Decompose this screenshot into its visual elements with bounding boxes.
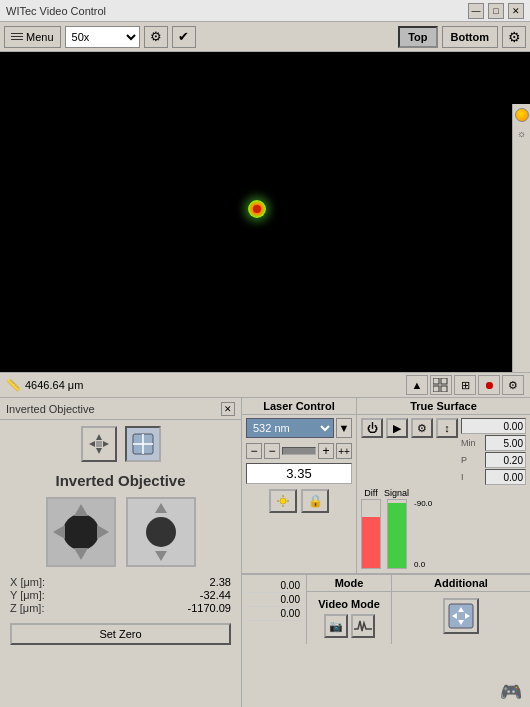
diff-chart (361, 499, 381, 569)
true-surface-title: True Surface (357, 398, 530, 415)
xy-arrows (48, 499, 114, 565)
menu-button[interactable]: Menu (4, 26, 61, 48)
move-arrows-icon (87, 432, 111, 456)
arrow-left-icon (53, 525, 65, 539)
hamburger-icon (11, 33, 23, 40)
toolbar: Menu 50x 10x 100x ⚙ ✔ Top Bottom ⚙ (0, 22, 530, 52)
video-camera-button[interactable]: 📷 (324, 614, 348, 638)
laser-nm-select[interactable]: 532 nm 488 nm (246, 418, 334, 438)
brightness-sidebar: ☼ ☀ (512, 104, 530, 372)
gear-button[interactable]: ⚙ (502, 26, 526, 48)
ts-settings-button[interactable]: ⚙ (411, 418, 433, 438)
minimize-button[interactable]: — (468, 3, 484, 19)
triangle-icon-button[interactable]: ▲ (406, 375, 428, 395)
svg-rect-3 (441, 386, 447, 392)
laser-plusplus-button[interactable]: ++ (336, 443, 352, 459)
objective-select[interactable]: 50x 10x 100x (65, 26, 140, 48)
bottom-panel: Inverted Objective ✕ (0, 398, 530, 707)
extra-values-panel: 0.00 0.00 0.00 (242, 575, 307, 644)
top-button[interactable]: Top (398, 26, 437, 48)
ts-charts-row: Diff Signal -90.0 0.0 (357, 488, 530, 573)
additional-panel: Additional (392, 575, 530, 644)
x-label: X [μm]: (10, 576, 70, 588)
laser-title: Laser Control (242, 398, 356, 415)
laser-plus-button[interactable]: + (318, 443, 334, 459)
grid-icon-button[interactable] (430, 375, 452, 395)
objective-display-button[interactable] (125, 426, 161, 462)
laser-dot-inner (253, 205, 261, 213)
laser-sun-button[interactable] (269, 489, 297, 513)
measurement-value: 4646.64 μm (25, 379, 83, 391)
ts-min-label: Min (461, 438, 483, 448)
laser-nm-row: 532 nm 488 nm ▼ (242, 415, 356, 441)
window-title: WITec Video Control (6, 5, 106, 17)
chart-bottom-label: -90.0 (414, 499, 432, 508)
right-panel: Laser Control 532 nm 488 nm ▼ − − + ++ 3… (242, 398, 530, 707)
objective-image-row (0, 493, 241, 571)
signal-chart-col: Signal (384, 488, 409, 569)
settings-icon-button[interactable]: ⚙ (144, 26, 168, 48)
svg-rect-8 (96, 441, 102, 447)
menu-label: Menu (26, 31, 54, 43)
ts-play-button[interactable]: ▶ (386, 418, 408, 438)
chart-scale-labels: -90.0 0.0 (412, 499, 432, 569)
laser-nm-dropdown-btn[interactable]: ▼ (336, 418, 352, 438)
laser-slider[interactable] (282, 447, 316, 455)
ts-power-button[interactable]: ⏻ (361, 418, 383, 438)
close-button[interactable]: ✕ (508, 3, 524, 19)
panel-close-button[interactable]: ✕ (221, 402, 235, 416)
z-value: -1170.09 (70, 602, 231, 614)
objective-controls (0, 420, 241, 468)
title-bar-controls: — □ ✕ (468, 3, 524, 19)
brightness-max-icon[interactable] (515, 108, 529, 122)
control-row: Laser Control 532 nm 488 nm ▼ − − + ++ 3… (242, 398, 530, 574)
diff-label: Diff (364, 488, 377, 498)
ts-p-label: P (461, 455, 483, 465)
xy-controller-image[interactable] (46, 497, 116, 567)
ts-down-button[interactable]: ↕ (436, 418, 458, 438)
mode-content: Video Mode 📷 (307, 592, 391, 644)
restore-button[interactable]: □ (488, 3, 504, 19)
z-controller-image[interactable] (126, 497, 196, 567)
laser-lock-button[interactable]: 🔒 (301, 489, 329, 513)
laser-slider-row: − − + ++ (242, 441, 356, 461)
record-icon-button[interactable]: ⏺ (478, 375, 500, 395)
signal-chart (387, 499, 407, 569)
waveform-icon (354, 619, 372, 633)
ts-top-value: 0.00 (461, 418, 526, 434)
extra-value-3: 0.00 (246, 607, 302, 621)
bottom-button[interactable]: Bottom (442, 26, 499, 48)
xyz-table: X [μm]: 2.38 Y [μm]: -32.44 Z [μm]: -117… (0, 571, 241, 619)
ts-i-row: I 0.00 (461, 469, 526, 485)
mode-icons-row: 📷 (324, 614, 375, 638)
additional-title: Additional (392, 575, 530, 592)
laser-power-value: 3.35 (246, 463, 352, 484)
z-row: Z [μm]: -1170.09 (10, 602, 231, 614)
extra-value-2: 0.00 (246, 593, 302, 607)
layers-icon-button[interactable]: ⊞ (454, 375, 476, 395)
svg-marker-7 (103, 441, 109, 447)
set-zero-button[interactable]: Set Zero (10, 623, 231, 645)
laser-control-panel: Laser Control 532 nm 488 nm ▼ − − + ++ 3… (242, 398, 357, 573)
waveform-button[interactable] (351, 614, 375, 638)
x-row: X [μm]: 2.38 (10, 576, 231, 588)
objective-move-button[interactable] (81, 426, 117, 462)
ts-top-row: 0.00 (461, 418, 526, 434)
y-value: -32.44 (70, 589, 231, 601)
svg-rect-0 (433, 378, 439, 384)
signal-label: Signal (384, 488, 409, 498)
laser-minus-button[interactable]: − (246, 443, 262, 459)
additional-action-button[interactable] (443, 598, 479, 634)
svg-marker-6 (89, 441, 95, 447)
ts-min-row: Min 5.00 (461, 435, 526, 451)
ts-i-value: 0.00 (485, 469, 526, 485)
check-icon-button[interactable]: ✔ (172, 26, 196, 48)
ts-values: 0.00 Min 5.00 P 0.20 I 0.00 (461, 418, 526, 485)
status-bar-left: 📏 4646.64 μm (6, 378, 400, 392)
ruler-icon: 📏 (6, 378, 21, 392)
laser-minus2-button[interactable]: − (264, 443, 280, 459)
extra-value-1: 0.00 (246, 579, 302, 593)
camera-view: ☼ ☀ (0, 52, 530, 372)
brightness-mid-icon[interactable]: ☼ (517, 128, 526, 139)
settings2-icon-button[interactable]: ⚙ (502, 375, 524, 395)
